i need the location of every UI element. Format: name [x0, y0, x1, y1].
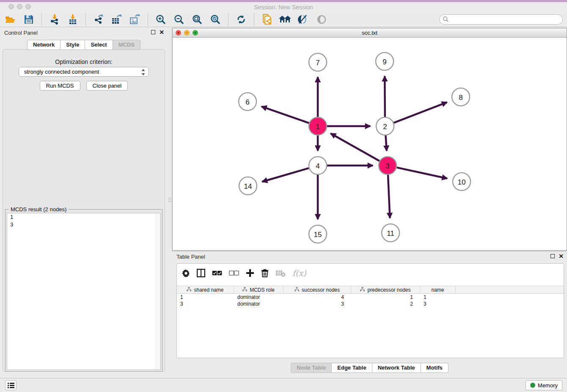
table-cell[interactable]: 1 — [177, 294, 234, 301]
edge-2-8[interactable] — [394, 102, 447, 123]
export-image-icon[interactable] — [129, 13, 141, 26]
import-table-icon[interactable] — [66, 13, 79, 26]
node-1[interactable]: 1 — [309, 117, 327, 135]
control-panel-tabbar: NetworkStyleSelectMCDS — [0, 40, 168, 50]
clone-network-icon[interactable] — [261, 13, 273, 26]
export-table-icon[interactable] — [110, 13, 123, 26]
edge-4-14[interactable] — [262, 168, 309, 182]
zoom-out-icon[interactable] — [173, 13, 185, 26]
close-panel-icon[interactable]: ✕ — [159, 30, 164, 35]
table-tab-network-table[interactable]: Network Table — [372, 363, 421, 373]
table-cell[interactable]: 3 — [284, 301, 351, 307]
delete-row-icon[interactable] — [261, 269, 269, 277]
node-6[interactable]: 6 — [239, 93, 256, 110]
node-4[interactable]: 4 — [309, 157, 327, 174]
status-bar: Memory — [0, 378, 567, 392]
vertical-splitter-grip[interactable] — [168, 195, 171, 205]
node-14[interactable]: 14 — [239, 177, 257, 195]
node-2[interactable]: 2 — [376, 117, 394, 135]
columns-icon[interactable] — [197, 269, 205, 277]
edge-3-11[interactable] — [388, 175, 390, 218]
task-history-button[interactable] — [5, 380, 17, 390]
table-row[interactable]: 3dominator323 — [177, 301, 564, 307]
show-hide-graphics-icon[interactable] — [297, 13, 310, 26]
search-field-wrap — [439, 14, 563, 25]
float-panel-icon[interactable] — [151, 30, 155, 34]
select-all-checks-icon[interactable] — [212, 271, 222, 276]
table-panel: Table Panel ✕ — [172, 252, 567, 377]
node-11[interactable]: 11 — [382, 224, 399, 242]
column-header-name[interactable]: name — [420, 286, 456, 293]
session-title: Session: New Session — [0, 4, 567, 11]
zoom-fit-icon[interactable] — [191, 13, 204, 26]
table-cell[interactable]: 1 — [420, 294, 456, 301]
tab-mcds[interactable]: MCDS — [113, 40, 140, 50]
table-cell[interactable]: 2 — [351, 301, 420, 307]
deselect-checks-icon[interactable] — [229, 271, 239, 276]
float-table-panel-icon[interactable] — [550, 254, 555, 258]
node-7[interactable]: 7 — [309, 53, 327, 71]
column-header-predecessor-nodes[interactable]: predecessor nodes — [351, 286, 420, 293]
table-cell[interactable]: 3 — [420, 301, 456, 307]
node-9[interactable]: 9 — [376, 52, 394, 70]
table-cell[interactable]: dominator — [234, 294, 284, 301]
houses-icon[interactable] — [279, 13, 292, 26]
toolbar-separator — [254, 13, 254, 26]
result-scrollbar[interactable] — [156, 213, 160, 370]
edge-3-10[interactable] — [396, 168, 447, 179]
edge-2-3[interactable] — [385, 135, 386, 151]
list-icon — [8, 382, 14, 388]
memory-label: Memory — [538, 382, 558, 389]
edge-2-9[interactable] — [385, 76, 385, 117]
export-network-icon[interactable] — [92, 13, 105, 26]
table-cell[interactable]: 1 — [351, 294, 420, 301]
node-10[interactable]: 10 — [453, 173, 471, 190]
node-8[interactable]: 8 — [452, 88, 470, 106]
network-canvas[interactable]: 1234678910111415 — [173, 38, 567, 250]
svg-text:6: 6 — [245, 98, 249, 106]
column-header-MCDS-role[interactable]: MCDS role — [234, 286, 284, 293]
network-view-window: × − + scc.txt 1234678910111415 — [172, 28, 567, 251]
network-window-titlebar[interactable]: × − + scc.txt — [173, 28, 567, 38]
tab-select[interactable]: Select — [85, 40, 113, 50]
tab-style[interactable]: Style — [61, 40, 85, 50]
table-cell[interactable]: dominator — [234, 301, 284, 307]
edge-1-6[interactable] — [261, 107, 309, 123]
svg-text:9: 9 — [383, 58, 386, 66]
node-15[interactable]: 15 — [309, 225, 327, 243]
search-input[interactable] — [439, 14, 563, 25]
memory-button[interactable]: Memory — [526, 380, 562, 390]
window-titlebar: Session: New Session — [0, 2, 567, 12]
refresh-icon[interactable] — [235, 13, 248, 26]
import-network-icon[interactable] — [48, 13, 61, 26]
table-cell[interactable]: 3 — [177, 301, 234, 307]
table-toolbar: f(x) — [177, 264, 564, 282]
svg-text:4: 4 — [316, 162, 319, 170]
column-header-successor-nodes[interactable]: successor nodes — [284, 286, 351, 293]
column-label: successor nodes — [302, 287, 340, 293]
zoom-selected-icon[interactable] — [209, 13, 222, 26]
criterion-select[interactable]: strongly connected component — [19, 67, 149, 77]
mcds-result-list[interactable]: 13 — [7, 213, 161, 370]
table-tab-motifs[interactable]: Motifs — [421, 363, 449, 373]
gear-icon[interactable] — [182, 269, 190, 277]
open-session-icon[interactable] — [4, 13, 17, 26]
table-tab-node-table[interactable]: Node Table — [291, 363, 332, 373]
table-cell[interactable]: 4 — [284, 294, 351, 301]
column-header-shared-name[interactable]: shared name — [177, 286, 234, 293]
eye-icon[interactable] — [315, 13, 328, 26]
zoom-in-icon[interactable] — [154, 13, 167, 26]
close-table-panel-icon[interactable]: ✕ — [559, 254, 564, 259]
table-tab-edge-table[interactable]: Edge Table — [332, 363, 372, 373]
result-line: 3 — [7, 221, 160, 229]
table-row[interactable]: 1dominator411 — [177, 294, 564, 301]
edge-3-1[interactable] — [330, 133, 379, 161]
main-toolbar — [0, 12, 567, 27]
run-mcds-button[interactable]: Run MCDS — [40, 81, 80, 91]
toolbar-separator — [148, 13, 148, 26]
close-panel-button[interactable]: Close panel — [86, 81, 128, 91]
save-session-icon[interactable] — [22, 13, 35, 26]
node-3[interactable]: 3 — [379, 157, 396, 174]
add-row-icon[interactable] — [246, 269, 254, 277]
tab-network[interactable]: Network — [27, 40, 61, 50]
